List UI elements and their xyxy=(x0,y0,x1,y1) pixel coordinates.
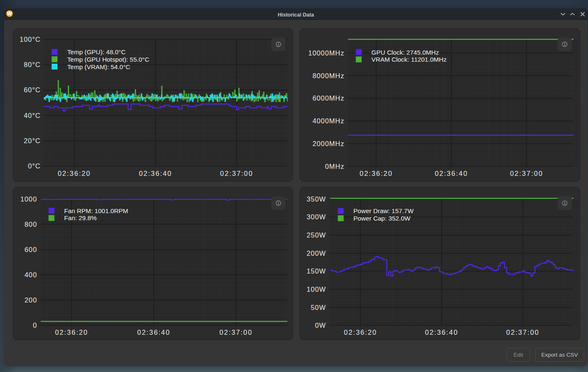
svg-text:Fan: 29.8%: Fan: 29.8% xyxy=(64,214,97,221)
svg-text:02:37:00: 02:37:00 xyxy=(219,328,252,336)
svg-text:200W: 200W xyxy=(306,249,326,257)
svg-text:Temp (GPU Hotspot): 55.0°C: Temp (GPU Hotspot): 55.0°C xyxy=(67,55,149,62)
svg-text:600: 600 xyxy=(24,245,37,253)
svg-text:02:37:00: 02:37:00 xyxy=(510,169,543,177)
svg-text:200: 200 xyxy=(24,296,37,304)
svg-text:02:36:20: 02:36:20 xyxy=(343,328,377,336)
svg-text:02:36:40: 02:36:40 xyxy=(434,169,468,177)
svg-text:Power Cap: 352.0W: Power Cap: 352.0W xyxy=(353,215,410,222)
svg-text:10000MHz: 10000MHz xyxy=(308,49,344,56)
svg-text:40°C: 40°C xyxy=(24,111,41,119)
svg-text:02:36:20: 02:36:20 xyxy=(55,328,88,336)
svg-text:80°C: 80°C xyxy=(24,61,41,68)
svg-text:VRAM Clock: 11201.0MHz: VRAM Clock: 11201.0MHz xyxy=(371,56,446,63)
svg-text:50W: 50W xyxy=(311,303,326,311)
svg-text:150W: 150W xyxy=(306,267,326,275)
svg-text:100°C: 100°C xyxy=(19,35,40,43)
svg-text:6000MHz: 6000MHz xyxy=(312,94,344,102)
svg-text:Fan RPM: 1001.0RPM: Fan RPM: 1001.0RPM xyxy=(64,207,128,214)
svg-text:Temp (GPU): 48.0°C: Temp (GPU): 48.0°C xyxy=(67,48,125,55)
svg-text:GPU Clock: 2745.0MHz: GPU Clock: 2745.0MHz xyxy=(371,48,439,55)
svg-text:0°C: 0°C xyxy=(28,162,41,170)
svg-text:60°C: 60°C xyxy=(24,86,41,94)
svg-text:02:36:20: 02:36:20 xyxy=(359,169,392,177)
svg-text:02:37:00: 02:37:00 xyxy=(220,169,253,177)
svg-text:02:36:40: 02:36:40 xyxy=(425,328,458,336)
svg-text:4000MHz: 4000MHz xyxy=(312,117,344,125)
svg-text:Power Draw: 157.7W: Power Draw: 157.7W xyxy=(353,207,414,214)
svg-text:0MHz: 0MHz xyxy=(325,162,344,170)
svg-text:02:36:20: 02:36:20 xyxy=(58,169,91,177)
svg-text:8000MHz: 8000MHz xyxy=(312,72,344,79)
svg-text:2000MHz: 2000MHz xyxy=(312,139,344,147)
svg-text:800: 800 xyxy=(24,220,37,228)
svg-text:02:37:00: 02:37:00 xyxy=(506,328,539,336)
svg-text:02:36:40: 02:36:40 xyxy=(137,328,170,336)
svg-text:0W: 0W xyxy=(315,322,326,329)
svg-text:100W: 100W xyxy=(306,285,326,293)
svg-text:300W: 300W xyxy=(306,213,326,221)
svg-text:400: 400 xyxy=(24,271,37,278)
svg-text:02:36:40: 02:36:40 xyxy=(139,169,172,177)
svg-text:20°C: 20°C xyxy=(24,137,41,144)
svg-text:1000: 1000 xyxy=(20,195,37,202)
svg-text:0: 0 xyxy=(33,322,37,329)
svg-text:350W: 350W xyxy=(306,195,326,202)
svg-text:Temp (VRAM): 54.0°C: Temp (VRAM): 54.0°C xyxy=(67,63,130,70)
svg-text:250W: 250W xyxy=(306,231,326,239)
